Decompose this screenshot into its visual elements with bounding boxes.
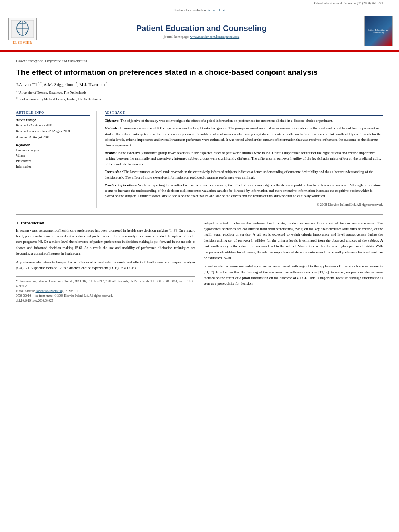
practice-label: Practice implications: (105, 183, 137, 187)
article-info-heading: ARTICLE INFO (16, 111, 90, 116)
keyword-4: Information (16, 164, 90, 170)
conclusion-text: The lower number of level rank reversals… (105, 170, 373, 179)
affiliations: a University of Twente, Enschede, The Ne… (16, 89, 383, 102)
keyword-2: Values (16, 153, 90, 159)
practice-text: While interpreting the results of a disc… (105, 183, 381, 198)
affiliation-b: b Leiden University Medical Center, Leid… (16, 96, 383, 102)
methods-text: A convenience sample of 100 subjects was… (105, 126, 382, 147)
footnote-email: E-mail address: j.a.vantil@utwente.nl (J… (16, 289, 195, 294)
main-content: 1. Introduction In recent years, assessm… (16, 214, 383, 304)
abstract-methods: Methods: A convenience sample of 100 sub… (105, 126, 383, 148)
main-left-col: 1. Introduction In recent years, assessm… (16, 220, 195, 304)
section-label: Patient Perception, Preference and Parti… (16, 59, 383, 64)
footnote-doi: doi:10.1016/j.pec.2008.08.025 (16, 298, 195, 303)
footnote-issn: 0738-3991/$ – see front matter © 2008 El… (16, 294, 195, 298)
main-right-col: subject is asked to choose the preferred… (204, 220, 383, 304)
journal-header: Contents lists available at ScienceDirec… (0, 5, 399, 52)
article-info-col: ARTICLE INFO Article history: Received 7… (16, 111, 97, 207)
abstract-practice: Practice implications: While interpretin… (105, 183, 383, 199)
intro-right-para-1: subject is asked to choose the preferred… (204, 220, 383, 261)
section-number: 1. (16, 220, 19, 225)
sciencedirect-link[interactable]: ScienceDirect (208, 8, 226, 12)
journal-homepage: journal homepage: www.elsevier.com/locat… (39, 35, 364, 39)
keyword-1: Conjoint analysis (16, 148, 90, 153)
journal-main-title: Patient Education and Counseling (39, 24, 364, 33)
intro-para-1: In recent years, assessment of health ca… (16, 228, 195, 257)
revised-date: Received in revised form 29 August 2008 (16, 129, 90, 134)
abstract-conclusion: Conclusion: The lower number of level ra… (105, 169, 383, 181)
keywords-section: Keywords: Conjoint analysis Values Prefe… (16, 143, 90, 169)
contents-label: Contents lists available at (174, 8, 207, 12)
section-title: Introduction (21, 220, 45, 225)
elsevier-text: ELSEVIER (13, 41, 32, 45)
red-divider (0, 50, 399, 51)
accepted-date: Accepted 30 August 2008 (16, 135, 90, 140)
abstract-objective: Objective: The objective of the study wa… (105, 118, 383, 124)
journal-cover: Patient Education and Counseling (364, 16, 393, 46)
conclusion-label: Conclusion: (105, 170, 123, 174)
abstract-col: ABSTRACT Objective: The objective of the… (105, 111, 383, 207)
results-label: Results: (105, 151, 117, 155)
homepage-label: journal homepage: (164, 35, 189, 39)
journal-banner: ELSEVIER Patient Education and Counselin… (0, 14, 399, 49)
authors-text: J.A. van Til a,*, A.M. Stiggelbout b, M.… (16, 82, 107, 87)
email-label: E-mail address: (16, 289, 35, 293)
received-date: Received 7 September 2007 (16, 123, 90, 128)
intro-section-header: 1. Introduction (16, 220, 195, 225)
authors: J.A. van Til a,*, A.M. Stiggelbout b, M.… (16, 82, 383, 87)
keywords-list: Conjoint analysis Values Preferences Inf… (16, 148, 90, 169)
footnote-corresponding: * Corresponding author at: Universiteit … (16, 279, 195, 289)
journal-meta-top: Patient Education and Counseling 74 (200… (0, 0, 399, 5)
intro-right-text: subject is asked to choose the preferred… (204, 220, 383, 287)
journal-title-center: Patient Education and Counseling journal… (39, 24, 364, 39)
history-label: Article history: (16, 118, 36, 122)
objective-label: Objective: (105, 119, 119, 123)
email-link[interactable]: j.a.vantil@utwente.nl (36, 289, 62, 293)
methods-label: Methods: (105, 126, 119, 130)
abstract-copyright: © 2008 Elsevier Ireland Ltd. All rights … (105, 202, 383, 207)
objective-text: The objective of the study was to invest… (121, 119, 333, 123)
footnote-section: * Corresponding author at: Universiteit … (16, 276, 195, 303)
page-content: Patient Perception, Preference and Parti… (0, 52, 399, 310)
affiliation-a: a University of Twente, Enschede, The Ne… (16, 89, 383, 95)
elsevier-logo-box (8, 18, 37, 40)
abstract-text: Objective: The objective of the study wa… (105, 118, 383, 207)
homepage-url[interactable]: www.elsevier.com/locate/pateducou (190, 35, 239, 39)
intro-para-2: A preference elicitation technique that … (16, 259, 195, 271)
article-title: The effect of information on preferences… (16, 68, 383, 78)
article-info-abstract: ARTICLE INFO Article history: Received 7… (16, 107, 383, 207)
email-suffix: (J.A. van Til). (62, 289, 79, 293)
intro-right-para-2: In earlier studies some methodological i… (204, 263, 383, 287)
journal-ref: Patient Education and Counseling 74 (200… (314, 2, 383, 5)
keyword-3: Preferences (16, 158, 90, 164)
article-history: Article history: Received 7 September 20… (16, 118, 90, 140)
keywords-label: Keywords: (16, 143, 30, 147)
journal-top-bar: Contents lists available at ScienceDirec… (0, 8, 399, 14)
abstract-heading: ABSTRACT (105, 111, 383, 116)
results-text: In the extensively informed group fewer … (105, 151, 382, 166)
abstract-results: Results: In the extensively informed gro… (105, 150, 383, 167)
cover-label: Patient Education and Counseling (366, 29, 391, 34)
elsevier-logo: ELSEVIER (6, 18, 39, 45)
intro-left-text: In recent years, assessment of health ca… (16, 228, 195, 271)
